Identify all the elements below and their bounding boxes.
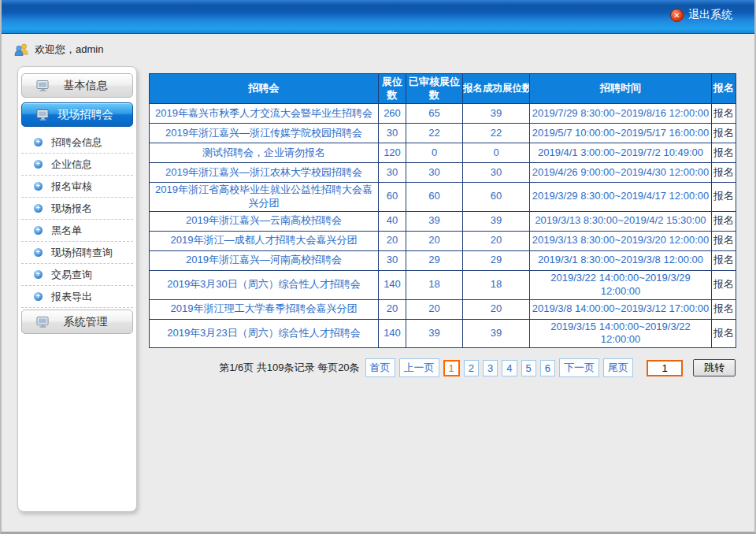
signup-link[interactable]: 报名 [713, 327, 734, 339]
recruit-time-cell-cell: 2019/3/8 14:00:00~2019/3/12 17:00:00 [530, 299, 712, 319]
signup-link-cell: 报名 [712, 270, 736, 299]
fair-title-link[interactable]: 2019年3月23日（周六）综合性人才招聘会 [167, 327, 361, 339]
sidebar-item-system-mgmt[interactable]: 系统管理 [21, 310, 133, 334]
page-link-6[interactable]: 6 [540, 360, 555, 376]
plus-ball-icon: + [34, 292, 43, 301]
booth-count-cell-cell: 30 [379, 163, 406, 183]
signup-link[interactable]: 报名 [713, 127, 734, 139]
page-link-4[interactable]: 4 [502, 360, 517, 376]
recruit-time-cell-cell: 2019/3/1 8:30:00~2019/3/8 12:00:00 [530, 250, 712, 270]
signup-link[interactable]: 报名 [713, 254, 734, 265]
recruit-time-cell-cell: 2019/7/29 8:30:00~2019/8/16 12:00:00 [530, 104, 712, 124]
page-link-1[interactable]: 1 [443, 360, 460, 376]
page-link-2[interactable]: 2 [464, 360, 479, 376]
pagination: 第1/6页 共109条记录 每页20条 首页 上一页 123456 下一页 尾页… [149, 358, 736, 377]
table-row: 2019年浙江—成都人才招聘大会嘉兴分团2020202019/3/13 8:30… [150, 231, 736, 250]
signup-link[interactable]: 报名 [713, 146, 734, 158]
fair-title-link-cell: 2019年3月30日（周六）综合性人才招聘会 [150, 270, 379, 299]
approved-count-cell-cell: 0 [406, 143, 463, 163]
sidebar-subitem-fair-info[interactable]: +招聘会信息 [21, 132, 133, 154]
sidebar-subitem-transaction-query[interactable]: +交易查询 [21, 264, 133, 286]
signup-link-cell: 报名 [712, 299, 736, 319]
sidebar-subitem-report-export[interactable]: +报表导出 [21, 286, 133, 308]
monitor-icon [36, 80, 50, 91]
sidebar-item-onsite-fair[interactable]: 现场招聘会 [21, 102, 133, 127]
signup-link[interactable]: 报名 [713, 302, 734, 314]
approved-count-cell-cell: 18 [406, 270, 463, 299]
success-count-cell-cell: 22 [463, 124, 530, 143]
fair-title-link[interactable]: 2019年浙江嘉兴—浙江农林大学校园招聘会 [165, 166, 362, 178]
first-page-link[interactable]: 首页 [365, 358, 395, 377]
page-jump-input[interactable] [647, 360, 683, 376]
top-bar: ✕ 退出系统 [2, 0, 754, 34]
booth-count-cell-cell: 260 [379, 104, 406, 124]
page: ✕ 退出系统 欢迎您，admin 基本信息 [0, 0, 756, 534]
booth-count-cell-cell: 120 [379, 143, 406, 163]
success-count-cell-cell: 0 [463, 143, 530, 163]
sidebar-subitem-onsite-signup[interactable]: +现场报名 [21, 198, 133, 220]
sidebar: 基本信息 现场招聘会 +招聘会信息+企业信息+报名审核+现场报名+黑名单+现场招… [17, 66, 137, 512]
signup-link-cell: 报名 [712, 319, 736, 348]
success-count-cell-cell: 29 [463, 250, 530, 270]
prev-page-link[interactable]: 上一页 [399, 358, 439, 377]
signup-link-cell: 报名 [712, 250, 736, 270]
signup-link[interactable]: 报名 [713, 107, 734, 119]
signup-link[interactable]: 报名 [713, 190, 734, 202]
fair-title-link[interactable]: 测试招聘会，企业请勿报名 [202, 146, 325, 158]
welcome-text: 欢迎您，admin [35, 43, 103, 57]
logout-label: 退出系统 [688, 8, 732, 22]
page-link-5[interactable]: 5 [521, 360, 536, 376]
recruit-time-cell-cell: 2019/3/13 8:30:00~2019/4/2 15:30:00 [530, 211, 712, 231]
sidebar-subitem-company-info[interactable]: +企业信息 [21, 154, 133, 176]
sidebar-subitem-label: 报表导出 [51, 290, 92, 304]
next-page-link[interactable]: 下一页 [559, 358, 599, 377]
fair-title-link-cell: 2019年嘉兴市秋季人才交流大会暨毕业生招聘会 [150, 104, 379, 124]
booth-count-cell-cell: 140 [379, 319, 406, 348]
fair-title-link-cell: 2019年浙江嘉兴—河南高校招聘会 [150, 250, 379, 270]
booth-count-cell-cell: 140 [379, 270, 406, 299]
success-count-cell-cell: 39 [463, 104, 530, 124]
fair-title-link-cell: 2019年浙江理工大学春季招聘会嘉兴分团 [150, 299, 379, 319]
fair-title-link[interactable]: 2019年浙江理工大学春季招聘会嘉兴分团 [171, 302, 358, 314]
fair-title-link[interactable]: 2019年浙江嘉兴—云南高校招聘会 [186, 214, 342, 226]
approved-count-cell-cell: 20 [406, 231, 463, 250]
recruit-time-cell-cell: 2019/5/7 10:00:00~2019/5/17 16:00:00 [530, 124, 712, 143]
signup-link[interactable]: 报名 [713, 214, 734, 226]
signup-link-cell: 报名 [712, 143, 736, 163]
fair-title-link[interactable]: 2019年3月30日（周六）综合性人才招聘会 [167, 278, 361, 290]
approved-count-cell-cell: 22 [406, 124, 463, 143]
sidebar-subitem-label: 交易查询 [51, 268, 92, 282]
table-row: 2019年浙江嘉兴—河南高校招聘会3029292019/3/1 8:30:00~… [150, 250, 736, 270]
fair-title-link[interactable]: 2019年浙江—成都人才招聘大会嘉兴分团 [171, 234, 358, 246]
table-row: 2019年浙江省高校毕业生就业公益性招聘大会嘉兴分团6060602019/3/2… [150, 183, 736, 212]
table-row: 2019年浙江嘉兴—云南高校招聘会4039392019/3/13 8:30:00… [150, 211, 736, 231]
fair-title-link-cell: 2019年浙江嘉兴—浙江农林大学校园招聘会 [150, 163, 379, 183]
recruit-time-cell-cell: 2019/3/22 14:00:00~2019/3/29 12:00:00 [530, 270, 712, 299]
fair-title-link[interactable]: 2019年浙江嘉兴—浙江传媒学院校园招聘会 [165, 127, 362, 139]
logout-button[interactable]: ✕ 退出系统 [670, 8, 732, 22]
fair-title-link[interactable]: 2019年浙江嘉兴—河南高校招聘会 [186, 254, 342, 265]
table-row: 2019年3月30日（周六）综合性人才招聘会14018182019/3/22 1… [150, 270, 736, 299]
signup-link[interactable]: 报名 [713, 166, 734, 178]
fair-title-link[interactable]: 2019年嘉兴市秋季人才交流大会暨毕业生招聘会 [155, 107, 372, 119]
recruit-time-cell-cell: 2019/4/1 3:00:00~2019/7/2 10:49:00 [530, 143, 712, 163]
plus-ball-icon: + [34, 226, 43, 235]
sidebar-item-basic-info[interactable]: 基本信息 [21, 73, 133, 98]
fair-title-link[interactable]: 2019年浙江省高校毕业生就业公益性招聘大会嘉兴分团 [155, 184, 372, 209]
table-row: 2019年浙江理工大学春季招聘会嘉兴分团2020202019/3/8 14:00… [150, 299, 736, 319]
page-number-links: 123456 [443, 360, 555, 376]
sidebar-subitem-label: 黑名单 [51, 224, 82, 238]
col-header-5: 报名 [712, 74, 736, 104]
last-page-link[interactable]: 尾页 [603, 358, 633, 377]
main-content: 招聘会展位数已审核展位数报名成功展位数招聘时间报名 2019年嘉兴市秋季人才交流… [149, 73, 736, 377]
sidebar-subitem-onsite-recruit-query[interactable]: +现场招聘查询 [21, 242, 133, 264]
signup-link[interactable]: 报名 [713, 234, 734, 246]
signup-link[interactable]: 报名 [713, 278, 734, 290]
sidebar-subitem-signup-review[interactable]: +报名审核 [21, 176, 133, 198]
sidebar-subitem-blacklist[interactable]: +黑名单 [21, 220, 133, 242]
success-count-cell-cell: 39 [463, 211, 530, 231]
approved-count-cell-cell: 60 [406, 183, 463, 212]
page-jump-button[interactable]: 跳转 [693, 359, 736, 376]
page-link-3[interactable]: 3 [483, 360, 498, 376]
close-circle-icon: ✕ [670, 9, 684, 22]
